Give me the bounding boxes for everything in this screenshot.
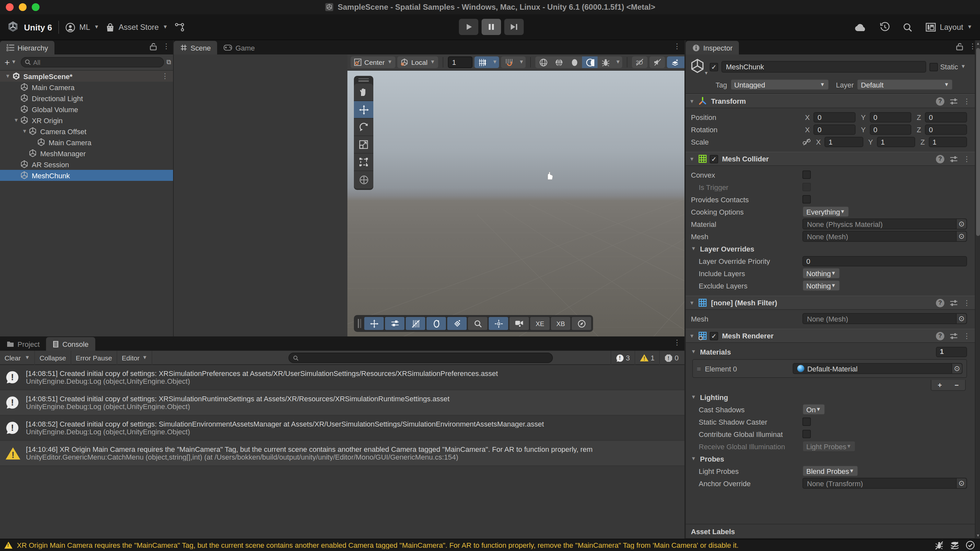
remove-element-button[interactable]: −	[948, 380, 965, 390]
kebab-menu-icon[interactable]: ⋮	[963, 331, 970, 340]
console-entry[interactable]: ![14:08:51] Created initial copy of sett…	[0, 390, 684, 416]
checkbox[interactable]	[802, 183, 811, 191]
overlay-properties-button[interactable]	[385, 317, 404, 330]
2d-view-toggle[interactable]: 2D	[632, 56, 648, 68]
help-icon[interactable]: ?	[936, 331, 944, 340]
info-count-badge[interactable]: ! 3	[610, 351, 634, 365]
checkbox[interactable]	[802, 170, 811, 179]
foldout-icon[interactable]: ▼	[688, 156, 695, 162]
foldout-icon[interactable]: ▼	[688, 98, 695, 104]
kebab-menu-icon[interactable]: ⋮	[163, 42, 170, 51]
tab-hierarchy[interactable]: Hierarchy	[0, 41, 54, 54]
overlay-compass-button[interactable]	[572, 317, 591, 330]
x-field[interactable]: 1	[825, 137, 863, 147]
close-window-button[interactable]	[6, 3, 14, 11]
number-field[interactable]: 0	[802, 256, 967, 266]
kebab-menu-icon[interactable]: ⋮	[161, 72, 169, 80]
hierarchy-item[interactable]: ▼XR Origin	[0, 115, 174, 126]
draw-mode-shaded-button[interactable]	[536, 56, 551, 68]
debug-off-icon[interactable]	[935, 541, 944, 549]
foldout-icon[interactable]: ▼	[688, 300, 695, 306]
help-icon[interactable]: ?	[936, 154, 944, 163]
minimize-window-button[interactable]	[19, 3, 27, 11]
inspector-scrollbar[interactable]: ▲ ▼	[975, 40, 980, 539]
presets-icon[interactable]	[950, 299, 958, 306]
overlay-xe-button[interactable]: XE	[530, 317, 550, 330]
asset-labels-header[interactable]: Asset Labels	[686, 524, 980, 539]
move-tool-button[interactable]	[354, 101, 373, 119]
audio-mute-toggle[interactable]	[650, 56, 665, 68]
hierarchy-item[interactable]: Directional Light	[0, 93, 174, 104]
hierarchy-item[interactable]: ▼Camera Offset	[0, 126, 174, 137]
dropdown[interactable]: Everything▼	[802, 206, 849, 217]
foldout-row[interactable]: ▼Lighting	[691, 391, 967, 403]
grid-snapping-toggle[interactable]	[475, 56, 490, 68]
hierarchy-item[interactable]: ▼SampleScene*⋮	[0, 71, 174, 82]
overlay-gem-button[interactable]	[447, 317, 467, 330]
foldout-row[interactable]: ▼Probes	[691, 452, 967, 465]
chevron-down-icon[interactable]: ▼	[961, 64, 966, 69]
clear-dropdown[interactable]: ▼	[23, 350, 35, 365]
foldout-icon[interactable]: ▼	[4, 73, 12, 79]
layer-dropdown[interactable]: Default▼	[857, 79, 953, 90]
x-field[interactable]: 0	[814, 124, 856, 134]
transform-tool-button[interactable]	[354, 171, 373, 189]
cloud-icon[interactable]	[854, 23, 867, 32]
hierarchy-item[interactable]: Global Volume	[0, 104, 174, 115]
overlay-drag-handle[interactable]	[358, 319, 361, 328]
warning-count-badge[interactable]: ! 1	[635, 351, 659, 365]
effects-toggle[interactable]	[667, 56, 683, 68]
snap-settings-toggle[interactable]	[501, 56, 517, 68]
axis-x-label[interactable]: X	[805, 126, 810, 133]
object-picker-icon[interactable]: ⊙	[956, 478, 966, 488]
hierarchy-item[interactable]: Main Camera	[0, 137, 174, 148]
component-header[interactable]: ▼✓Mesh Collider?⋮	[686, 152, 975, 166]
clear-button[interactable]: Clear	[0, 350, 23, 365]
overlay-move-button[interactable]	[364, 317, 384, 330]
component-enabled-checkbox[interactable]: ✓	[710, 331, 718, 340]
console-entry[interactable]: ![14:10:46] XR Origin Main Camera requir…	[0, 441, 684, 466]
component-header[interactable]: ▼✓Mesh Renderer?⋮	[686, 329, 975, 343]
component-header[interactable]: ▼[none] (Mesh Filter)?⋮	[686, 296, 975, 310]
hand-tool-button[interactable]	[354, 84, 373, 101]
search-icon[interactable]	[903, 22, 913, 32]
presets-icon[interactable]	[950, 332, 958, 339]
z-field[interactable]: 0	[925, 124, 967, 134]
tag-dropdown[interactable]: Untagged▼	[730, 79, 829, 90]
step-button[interactable]	[504, 19, 524, 35]
hierarchy-search[interactable]	[21, 57, 164, 67]
kebab-menu-icon[interactable]: ⋮	[963, 154, 970, 163]
dropdown[interactable]: Blend Probes▼	[802, 465, 858, 476]
editor-dropdown[interactable]: Editor▼	[117, 350, 153, 365]
overlay-camera-button[interactable]	[509, 317, 529, 330]
checkbox[interactable]	[802, 195, 811, 204]
object-picker-icon[interactable]: ⊙	[956, 231, 966, 241]
static-checkbox[interactable]	[929, 62, 937, 71]
presets-icon[interactable]	[950, 97, 958, 105]
console-search[interactable]	[288, 353, 553, 363]
object-field[interactable]: None (Mesh)⊙	[802, 313, 967, 324]
rotate-tool-button[interactable]	[354, 119, 373, 136]
gameobject-name-field[interactable]	[721, 61, 926, 73]
lock-open-icon[interactable]	[956, 43, 963, 50]
checkbox[interactable]	[802, 430, 811, 438]
component-header[interactable]: ▼Transform?⋮	[686, 94, 975, 108]
help-icon[interactable]: ?	[936, 298, 944, 307]
tab-scene[interactable]: Scene	[174, 41, 217, 54]
axis-y-label[interactable]: Y	[861, 126, 865, 133]
layers-stack-icon[interactable]	[950, 541, 959, 549]
help-icon[interactable]: ?	[936, 97, 944, 105]
presets-icon[interactable]	[950, 155, 958, 162]
console-search-input[interactable]	[301, 354, 548, 361]
foldout-icon[interactable]: ▼	[688, 333, 695, 339]
object-field[interactable]: None (Physics Material)⊙	[802, 218, 967, 229]
version-control-button[interactable]	[174, 23, 185, 32]
lock-open-icon[interactable]	[150, 43, 157, 50]
add-gameobject-button[interactable]: + ▼	[3, 58, 18, 66]
pause-button[interactable]	[482, 19, 501, 35]
overlay-orbit-button[interactable]	[426, 317, 446, 330]
dropdown[interactable]: On▼	[802, 404, 825, 415]
foldout-row[interactable]: ▼Layer Overrides	[691, 242, 967, 255]
zoom-window-button[interactable]	[32, 3, 40, 11]
z-field[interactable]: 0	[925, 112, 967, 122]
